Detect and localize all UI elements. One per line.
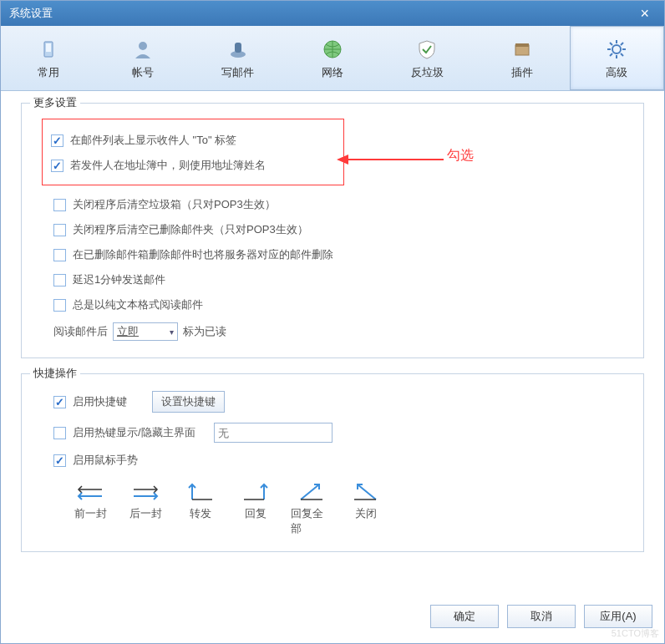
read-prefix: 阅读邮件后: [53, 324, 108, 339]
cancel-button[interactable]: 取消: [507, 605, 576, 628]
tab-compose[interactable]: 写邮件: [190, 26, 285, 90]
annotation-text: 勾选: [447, 147, 474, 165]
read-suffix: 标为已读: [183, 324, 226, 339]
tab-label: 插件: [511, 65, 533, 80]
gesture-prev-icon: [74, 481, 107, 503]
option-row: 关闭程序后清空垃圾箱（只对POP3生效）: [22, 192, 643, 217]
tab-advanced[interactable]: 高级: [570, 26, 664, 90]
option-row: 延迟1分钟发送邮件: [22, 267, 643, 292]
tab-label: 反垃圾: [411, 65, 444, 80]
option-label: 总是以纯文本格式阅读邮件: [73, 297, 203, 312]
checkbox-mouse-gesture[interactable]: [53, 454, 66, 467]
option-label: 启用鼠标手势: [73, 453, 138, 468]
tab-antispam[interactable]: 反垃圾: [380, 26, 475, 90]
window-title: 系统设置: [9, 6, 633, 21]
option-row: 在已删除邮件箱删除邮件时也将服务器对应的邮件删除: [22, 242, 643, 267]
gesture-prev: 前一封: [70, 481, 110, 536]
checkbox-delete-server[interactable]: [53, 249, 66, 261]
set-hotkey-button[interactable]: 设置快捷键: [152, 391, 225, 413]
titlebar: 系统设置 ×: [1, 1, 664, 26]
checkbox-plain-text[interactable]: [53, 299, 66, 312]
svg-point-2: [139, 42, 147, 50]
highlighted-options: 在邮件列表上显示收件人 "To" 标签 若发件人在地址簿中，则使用地址簿姓名: [42, 119, 344, 185]
antispam-icon: [414, 37, 439, 62]
svg-line-13: [610, 43, 612, 45]
svg-rect-1: [46, 43, 51, 52]
checkbox-toggle-hotkey[interactable]: [53, 427, 66, 439]
close-icon[interactable]: ×: [633, 3, 656, 24]
gesture-next-icon: [129, 481, 162, 503]
button-bar: 确定 取消 应用(A): [430, 605, 652, 628]
group-legend: 更多设置: [30, 95, 80, 110]
option-label: 在已删除邮件箱删除邮件时也将服务器对应的邮件删除: [73, 247, 333, 262]
option-label: 延迟1分钟发送邮件: [73, 272, 165, 287]
checkbox-use-addressbook-name[interactable]: [51, 160, 63, 172]
option-row: 启用鼠标手势: [22, 448, 643, 473]
svg-rect-4: [235, 43, 241, 53]
gesture-row: 前一封 后一封 转发 回复 回复全部: [22, 473, 643, 540]
option-row: 在邮件列表上显示收件人 "To" 标签: [51, 128, 335, 153]
gesture-label: 前一封: [74, 506, 107, 521]
tab-network[interactable]: 网络: [285, 26, 379, 90]
checkbox-show-to[interactable]: [51, 134, 63, 147]
gesture-forward-icon: [184, 481, 217, 503]
gesture-label: 后一封: [129, 506, 162, 521]
read-delay-combo[interactable]: 立即 ▾: [113, 322, 178, 341]
svg-line-25: [301, 484, 319, 499]
gesture-reply: 回复: [236, 481, 276, 536]
network-icon: [320, 37, 345, 62]
svg-line-15: [610, 53, 612, 56]
option-label: 关闭程序后清空垃圾箱（只对POP3生效）: [73, 197, 276, 212]
settings-window: 系统设置 × 常用 帐号 写邮件 网络 反垃圾 插件 高级: [0, 0, 665, 644]
checkbox-enable-hotkey[interactable]: [53, 396, 66, 408]
combo-value: 立即: [117, 324, 139, 339]
plugin-icon: [510, 37, 535, 62]
checkbox-empty-trash[interactable]: [53, 199, 66, 211]
checkbox-delay-send[interactable]: [53, 274, 66, 287]
watermark: 51CTO博客: [612, 627, 659, 640]
gesture-label: 转发: [190, 506, 211, 521]
group-legend: 快捷操作: [30, 366, 80, 381]
svg-line-14: [621, 53, 623, 56]
option-row: 若发件人在地址簿中，则使用地址簿姓名: [51, 153, 335, 178]
chevron-down-icon: ▾: [170, 327, 174, 337]
option-row: 启用快捷键 设置快捷键: [22, 386, 643, 418]
gesture-reply-all-icon: [294, 481, 327, 503]
option-label: 关闭程序后清空已删除邮件夹（只对POP3生效）: [73, 222, 308, 237]
tab-label: 写邮件: [221, 65, 254, 80]
quick-ops-group: 快捷操作 启用快捷键 设置快捷键 启用热键显示/隐藏主界面 启用鼠标手势: [21, 373, 644, 552]
gesture-next: 后一封: [125, 481, 165, 536]
ok-button[interactable]: 确定: [430, 605, 499, 628]
gesture-reply-all: 回复全部: [291, 481, 331, 536]
option-label: 启用快捷键: [73, 394, 127, 409]
tab-account[interactable]: 帐号: [95, 26, 190, 90]
svg-point-8: [612, 45, 621, 53]
tab-label: 网络: [322, 65, 343, 80]
tab-label: 帐号: [132, 65, 154, 80]
compose-icon: [226, 37, 251, 62]
tab-label: 常用: [38, 65, 59, 80]
option-label: 在邮件列表上显示收件人 "To" 标签: [70, 133, 236, 148]
gesture-reply-icon: [239, 481, 272, 503]
gesture-label: 回复全部: [291, 506, 331, 536]
gesture-close: 关闭: [346, 481, 386, 536]
tab-label: 高级: [606, 65, 627, 80]
option-label: 若发件人在地址簿中，则使用地址簿姓名: [70, 158, 266, 173]
mark-read-row: 阅读邮件后 立即 ▾ 标为已读: [22, 317, 643, 346]
checkbox-empty-deleted[interactable]: [53, 224, 66, 236]
gesture-close-icon: [349, 481, 383, 503]
more-settings-group: 更多设置 在邮件列表上显示收件人 "To" 标签 若发件人在地址簿中，则使用地址…: [21, 103, 644, 358]
gesture-forward: 转发: [180, 481, 221, 536]
toggle-hotkey-input[interactable]: [214, 423, 332, 443]
tab-common[interactable]: 常用: [1, 26, 95, 90]
tab-toolbar: 常用 帐号 写邮件 网络 反垃圾 插件 高级: [1, 26, 664, 91]
gesture-label: 回复: [245, 506, 267, 521]
option-row: 总是以纯文本格式阅读邮件: [22, 292, 643, 317]
tab-plugin[interactable]: 插件: [475, 26, 569, 90]
option-row: 关闭程序后清空已删除邮件夹（只对POP3生效）: [22, 217, 643, 242]
svg-line-16: [621, 43, 623, 45]
svg-rect-7: [515, 43, 529, 47]
apply-button[interactable]: 应用(A): [584, 605, 652, 628]
gesture-label: 关闭: [355, 506, 377, 521]
common-icon: [36, 37, 61, 62]
